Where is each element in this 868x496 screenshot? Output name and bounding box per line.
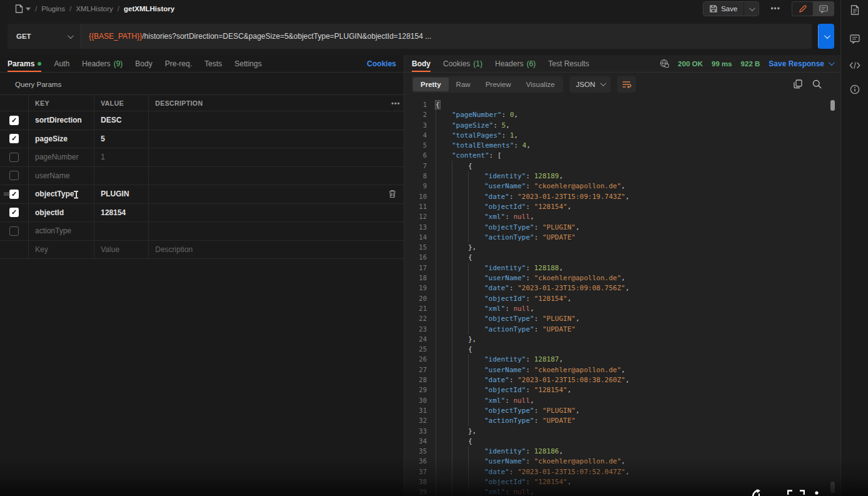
param-value-cell[interactable]: Value: [94, 241, 148, 259]
tab-pre-req[interactable]: Pre-req.: [165, 55, 191, 72]
param-value-cell[interactable]: 128154: [94, 204, 148, 222]
response-tab-body[interactable]: Body: [412, 55, 431, 72]
param-value-cell[interactable]: PLUGIN: [94, 185, 148, 203]
param-key-cell[interactable]: pageNumber: [28, 148, 94, 166]
param-value-cell[interactable]: 5: [94, 130, 148, 148]
drag-handle-icon[interactable]: [4, 191, 10, 198]
query-params-title: Query Params: [0, 73, 404, 94]
edit-mode-button[interactable]: [792, 2, 813, 16]
code-token: "UPDATE": [543, 325, 576, 333]
breadcrumb-xmlhistory[interactable]: XMLHistory: [76, 5, 113, 13]
indent-guide: [468, 232, 484, 242]
param-value-cell[interactable]: [94, 167, 148, 185]
line-number: 12: [404, 211, 427, 221]
param-checkbox[interactable]: ✓: [9, 116, 19, 125]
url-input[interactable]: {{BASE_PATH}}/histories?sortDirection=DE…: [81, 24, 812, 49]
response-tabs: BodyCookies(1)Headers(6)Test Results: [412, 55, 589, 72]
language-select[interactable]: JSON: [569, 76, 611, 93]
more-vertical-icon[interactable]: [815, 491, 819, 496]
param-key-cell[interactable]: pageSize: [28, 130, 94, 148]
param-key-cell[interactable]: objectType: [28, 185, 94, 203]
tab-params[interactable]: Params: [8, 55, 41, 72]
code-token: ,: [621, 182, 626, 190]
status-code[interactable]: 200 OK: [678, 60, 703, 68]
code-token: ,: [625, 193, 630, 201]
param-value-cell[interactable]: 1: [94, 148, 148, 166]
param-description-cell[interactable]: [148, 148, 380, 166]
code-token: "PLUGIN": [543, 315, 576, 323]
comment-mode-button[interactable]: [813, 2, 834, 16]
response-size[interactable]: 922 B: [741, 60, 760, 68]
request-file-icon[interactable]: [15, 4, 31, 13]
cookies-link[interactable]: Cookies: [367, 59, 396, 68]
param-description-cell[interactable]: [148, 130, 380, 148]
fullscreen-icon[interactable]: [787, 490, 805, 496]
code-token: ,: [621, 457, 626, 465]
param-value-cell[interactable]: DESC: [94, 111, 148, 129]
breadcrumb-plugins[interactable]: Plugins: [41, 5, 65, 13]
wrap-text-button[interactable]: [617, 76, 636, 93]
param-description-cell[interactable]: [148, 204, 380, 222]
indent-guide: [468, 487, 484, 496]
replay-icon[interactable]: [751, 488, 767, 496]
tab-settings[interactable]: Settings: [235, 55, 262, 72]
documentation-icon[interactable]: [849, 4, 860, 16]
search-icon[interactable]: [812, 79, 822, 89]
view-tab-preview[interactable]: Preview: [478, 78, 519, 91]
view-tab-raw[interactable]: Raw: [449, 78, 478, 91]
comments-icon[interactable]: [849, 33, 860, 44]
param-key-cell[interactable]: sortDirection: [28, 111, 94, 129]
param-description-cell[interactable]: [148, 111, 380, 129]
param-key-cell[interactable]: objectId: [28, 204, 94, 222]
code-line: 30"xml": null,: [404, 395, 840, 405]
request-tabs: ParamsAuthHeaders(9)BodyPre-req.TestsSet…: [8, 55, 262, 72]
send-options-button[interactable]: [818, 24, 834, 49]
view-tab-visualize[interactable]: Visualize: [519, 78, 563, 91]
param-description-cell[interactable]: [148, 185, 380, 203]
response-tab-cookies[interactable]: Cookies(1): [443, 55, 483, 72]
code-token: :: [501, 111, 509, 119]
response-tab-test-results[interactable]: Test Results: [548, 55, 589, 72]
param-key-cell[interactable]: actionType: [28, 222, 94, 240]
param-checkbox[interactable]: [9, 171, 19, 180]
code-token: :: [509, 284, 518, 292]
indent-guide: [468, 222, 484, 232]
save-response-button[interactable]: Save Response: [768, 59, 833, 68]
response-time[interactable]: 99 ms: [712, 60, 732, 68]
more-icon[interactable]: •••: [391, 99, 401, 107]
param-checkbox[interactable]: [9, 226, 19, 236]
param-checkbox[interactable]: [9, 153, 19, 162]
code-token: "objectType": [484, 315, 534, 323]
tab-headers[interactable]: Headers(9): [82, 55, 123, 72]
response-tab-headers[interactable]: Headers(6): [495, 55, 536, 72]
param-row-pagenumber: pageNumber1: [0, 148, 404, 167]
scrollbar-thumb[interactable]: [830, 100, 835, 111]
line-number: 13: [404, 222, 427, 232]
checkbox-cell: [0, 167, 28, 185]
param-key-cell[interactable]: userName: [28, 167, 94, 185]
param-key-cell[interactable]: Key: [28, 241, 94, 259]
tab-body[interactable]: Body: [135, 55, 152, 72]
info-icon[interactable]: [849, 84, 860, 95]
param-description-cell[interactable]: Description: [148, 241, 380, 259]
copy-icon[interactable]: [794, 79, 802, 89]
param-checkbox[interactable]: ✓: [9, 134, 19, 143]
param-checkbox[interactable]: ✓: [9, 208, 19, 217]
tab-tests[interactable]: Tests: [205, 55, 222, 72]
code-snippet-icon[interactable]: [849, 59, 860, 71]
line-number: 31: [404, 405, 427, 415]
indent-guide: [436, 354, 452, 364]
view-tab-pretty[interactable]: Pretty: [413, 78, 449, 91]
param-value-cell[interactable]: [94, 222, 148, 240]
param-checkbox[interactable]: ✓: [9, 190, 19, 199]
line-number: 21: [404, 303, 427, 313]
more-options-button[interactable]: •••: [765, 2, 785, 16]
method-select[interactable]: GET: [8, 24, 81, 49]
delete-param-icon[interactable]: [389, 190, 396, 198]
save-button[interactable]: Save: [703, 2, 743, 16]
code-line: 17"identity": 128188,: [404, 263, 840, 273]
param-description-cell[interactable]: [148, 167, 380, 185]
param-description-cell[interactable]: [148, 222, 380, 240]
save-options-button[interactable]: [743, 2, 758, 16]
tab-auth[interactable]: Auth: [54, 55, 69, 72]
